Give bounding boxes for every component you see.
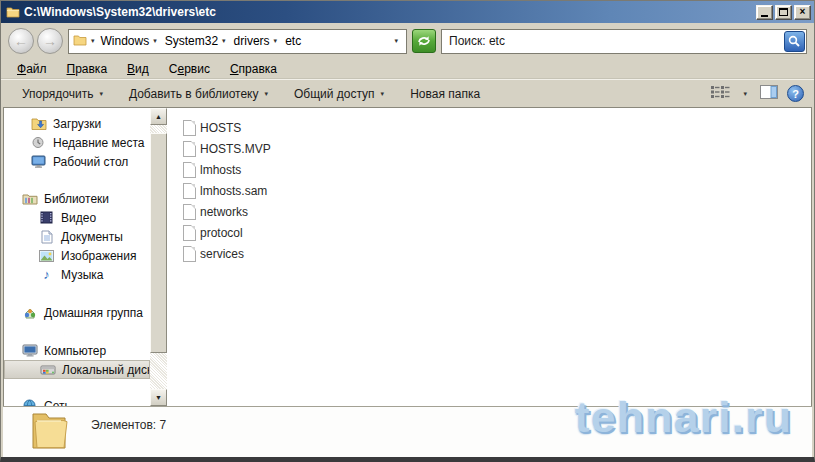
scrollbar-thumb[interactable] bbox=[150, 133, 167, 353]
window-title: C:\Windows\System32\drivers\etc bbox=[24, 5, 756, 19]
file-name: protocol bbox=[200, 226, 243, 240]
folder-icon bbox=[6, 6, 20, 18]
file-icon bbox=[183, 141, 196, 157]
sidebar-item-documents[interactable]: Документы bbox=[4, 227, 150, 246]
add-to-library-button[interactable]: Добавить в библиотеку ▾ bbox=[118, 87, 283, 101]
navigation-pane: Загрузки Недавние места Рабочий стол Биб… bbox=[4, 108, 150, 406]
scroll-up-button[interactable]: ▲ bbox=[150, 108, 167, 125]
file-name: services bbox=[200, 247, 244, 261]
address-history-dropdown-icon[interactable]: ▾ bbox=[390, 37, 402, 45]
forward-button[interactable]: → bbox=[37, 28, 63, 54]
sidebar-item-recent-places[interactable]: Недавние места bbox=[4, 133, 150, 152]
file-name: lmhosts bbox=[200, 163, 241, 177]
watermark: tehnari.ru bbox=[574, 393, 792, 443]
minimize-button[interactable] bbox=[756, 5, 773, 20]
computer-icon bbox=[21, 344, 38, 357]
chevron-down-icon[interactable]: ▾ bbox=[149, 37, 161, 45]
help-button[interactable]: ? bbox=[787, 85, 804, 102]
menu-label: В bbox=[127, 62, 135, 76]
share-label: Общий доступ bbox=[294, 87, 375, 101]
breadcrumb-system32[interactable]: System32 ▾ bbox=[163, 34, 232, 48]
items-count: Элементов: 7 bbox=[91, 418, 166, 432]
close-icon: × bbox=[800, 7, 806, 17]
menu-file[interactable]: Файл bbox=[7, 62, 57, 76]
local-disk-icon bbox=[39, 364, 56, 376]
views-icon bbox=[710, 85, 730, 99]
sidebar-item-video[interactable]: Видео bbox=[4, 208, 150, 227]
close-button[interactable]: × bbox=[794, 5, 811, 20]
sidebar-item-label: Документы bbox=[61, 230, 123, 244]
change-view-button[interactable] bbox=[710, 85, 730, 102]
file-item-lmhosts-sam[interactable]: lmhosts.sam bbox=[183, 180, 811, 201]
network-icon bbox=[21, 399, 38, 406]
menu-label: ид bbox=[135, 62, 149, 76]
file-icon bbox=[183, 183, 196, 199]
views-dropdown-icon[interactable]: ▾ bbox=[739, 90, 751, 98]
titlebar: C:\Windows\System32\drivers\etc × bbox=[1, 1, 814, 23]
scroll-down-icon: ▼ bbox=[155, 394, 162, 401]
menu-label: рвис bbox=[184, 62, 210, 76]
address-bar[interactable]: ▾ Windows ▾ System32 ▾ drivers ▾ etc ▾ bbox=[68, 29, 407, 54]
file-item-protocol[interactable]: protocol bbox=[183, 222, 811, 243]
refresh-icon bbox=[417, 35, 431, 47]
breadcrumb-windows[interactable]: Windows ▾ bbox=[99, 34, 163, 48]
scroll-down-button[interactable]: ▼ bbox=[150, 389, 167, 406]
recent-places-icon bbox=[30, 136, 47, 149]
share-button[interactable]: Общий доступ ▾ bbox=[283, 87, 399, 101]
sidebar-item-label: Компьютер bbox=[44, 344, 106, 358]
sidebar-item-label: Сеть bbox=[44, 399, 71, 407]
menu-view[interactable]: Вид bbox=[117, 62, 159, 76]
chevron-down-icon[interactable]: ▾ bbox=[218, 37, 230, 45]
organize-button[interactable]: Упорядочить ▾ bbox=[11, 87, 118, 101]
file-icon bbox=[183, 204, 196, 220]
menu-help[interactable]: Справка bbox=[220, 62, 287, 76]
forward-icon: → bbox=[43, 33, 57, 49]
menu-tools[interactable]: Сервис bbox=[159, 62, 220, 76]
menubar: Файл Правка Вид Сервис Справка bbox=[1, 59, 814, 79]
chevron-down-icon[interactable]: ▾ bbox=[87, 37, 99, 45]
file-item-hosts-mvp[interactable]: HOSTS.MVP bbox=[183, 138, 811, 159]
sidebar-item-music[interactable]: ♪ Музыка bbox=[4, 265, 150, 284]
breadcrumb-drivers[interactable]: drivers ▾ bbox=[232, 34, 284, 48]
sidebar-item-pictures[interactable]: Изображения bbox=[4, 246, 150, 265]
preview-pane-button[interactable] bbox=[760, 85, 778, 102]
command-toolbar: Упорядочить ▾ Добавить в библиотеку ▾ Об… bbox=[1, 79, 814, 107]
new-folder-button[interactable]: Новая папка bbox=[399, 87, 491, 101]
breadcrumb-etc[interactable]: etc bbox=[283, 34, 303, 48]
maximize-icon bbox=[779, 8, 788, 16]
music-icon: ♪ bbox=[38, 268, 55, 281]
folder-icon bbox=[73, 34, 87, 49]
organize-label: Упорядочить bbox=[22, 87, 93, 101]
sidebar-item-homegroup[interactable]: Домашняя группа bbox=[4, 303, 150, 322]
preview-pane-icon bbox=[760, 85, 778, 99]
refresh-button[interactable] bbox=[412, 29, 436, 53]
file-item-networks[interactable]: networks bbox=[183, 201, 811, 222]
back-button[interactable]: ← bbox=[8, 28, 34, 54]
documents-icon bbox=[38, 230, 55, 244]
folder-icon bbox=[29, 410, 71, 454]
sidebar-scrollbar[interactable]: ▲ ▼ bbox=[150, 108, 167, 406]
search-button[interactable] bbox=[784, 31, 805, 52]
sidebar-item-downloads[interactable]: Загрузки bbox=[4, 114, 150, 133]
main-content: Загрузки Недавние места Рабочий стол Биб… bbox=[1, 107, 814, 406]
sidebar-item-label: Библиотеки bbox=[44, 192, 109, 206]
sidebar-item-libraries[interactable]: Библиотеки bbox=[4, 189, 150, 208]
file-name: networks bbox=[200, 205, 248, 219]
downloads-icon bbox=[30, 117, 47, 131]
sidebar-item-desktop[interactable]: Рабочий стол bbox=[4, 152, 150, 171]
chevron-down-icon[interactable]: ▾ bbox=[270, 37, 282, 45]
sidebar-item-label: Музыка bbox=[61, 268, 103, 282]
file-name: lmhosts.sam bbox=[200, 184, 267, 198]
scrollbar-track[interactable] bbox=[150, 125, 167, 389]
sidebar-item-computer[interactable]: Компьютер bbox=[4, 341, 150, 360]
sidebar-item-network[interactable]: Сеть bbox=[4, 396, 150, 406]
file-item-lmhosts[interactable]: lmhosts bbox=[183, 159, 811, 180]
search-input[interactable]: Поиск: etc bbox=[441, 29, 807, 54]
menu-edit[interactable]: Правка bbox=[57, 62, 118, 76]
sidebar-item-local-disk[interactable]: Локальный диск ( bbox=[4, 360, 150, 379]
file-item-hosts[interactable]: HOSTS bbox=[183, 117, 811, 138]
breadcrumb-label: drivers bbox=[234, 34, 270, 48]
file-item-services[interactable]: services bbox=[183, 243, 811, 264]
maximize-button[interactable] bbox=[775, 5, 792, 20]
help-icon: ? bbox=[792, 88, 799, 100]
